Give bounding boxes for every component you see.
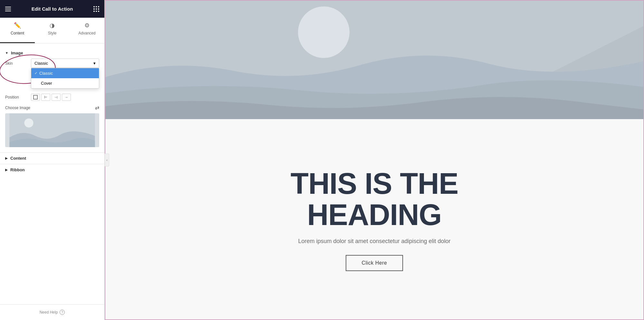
tab-advanced-label: Advanced bbox=[78, 31, 95, 35]
skin-label: Skin bbox=[5, 61, 31, 66]
cta-preview: THIS IS THE HEADING Lorem ipsum dolor si… bbox=[105, 0, 644, 320]
cta-subtext: Lorem ipsum dolor sit amet consectetur a… bbox=[298, 238, 450, 245]
svg-rect-0 bbox=[34, 95, 37, 99]
top-bar: Edit Call to Action bbox=[0, 0, 104, 18]
position-label: Position bbox=[5, 95, 31, 99]
skin-dropdown-menu: ✓ Classic Cover bbox=[31, 68, 99, 89]
image-section-content: Skin Classic ▾ ✓ Classic Co bbox=[0, 59, 104, 152]
panel-title: Edit Call to Action bbox=[32, 6, 73, 12]
skin-option-cover[interactable]: Cover bbox=[31, 78, 99, 88]
choose-image-header: Choose Image ⇄ bbox=[5, 105, 99, 111]
skin-dropdown-selected[interactable]: Classic ▾ bbox=[31, 59, 99, 68]
hamburger-icon[interactable] bbox=[5, 7, 11, 11]
position-row: Position ⊢ ⊣ → bbox=[5, 94, 99, 101]
ribbon-section: ▶ Ribbon bbox=[0, 164, 104, 175]
skin-option-cover-label: Cover bbox=[41, 81, 52, 86]
choose-image-label: Choose Image bbox=[5, 106, 30, 110]
heading-line2: HEADING bbox=[291, 199, 458, 231]
svg-point-3 bbox=[24, 118, 34, 127]
content-section-header[interactable]: ▶ Content bbox=[0, 153, 104, 164]
svg-point-6 bbox=[298, 6, 350, 58]
position-btn-center-v[interactable]: ⊣ bbox=[52, 94, 61, 101]
image-section-header[interactable]: ▼ Image bbox=[0, 47, 104, 59]
content-section-title: Content bbox=[10, 156, 26, 161]
image-section-title: Image bbox=[11, 51, 23, 55]
cta-content-area: THIS IS THE HEADING Lorem ipsum dolor si… bbox=[105, 119, 644, 320]
need-help-text: Need Help bbox=[40, 310, 58, 315]
tab-content-label: Content bbox=[11, 31, 24, 35]
panel-content: ▼ Image Skin Classic ▾ ✓ bbox=[0, 43, 104, 304]
placeholder-svg bbox=[5, 113, 99, 147]
cta-heading: THIS IS THE HEADING bbox=[291, 168, 458, 230]
tab-style-label: Style bbox=[48, 31, 57, 35]
skin-selected-value: Classic bbox=[34, 61, 48, 66]
need-help[interactable]: Need Help ? bbox=[0, 305, 104, 320]
heading-line1: THIS IS THE bbox=[291, 168, 458, 199]
skin-option-classic[interactable]: ✓ Classic bbox=[31, 68, 99, 78]
tab-bar: ✏️ Content ◑ Style ⚙ Advanced bbox=[0, 18, 104, 43]
image-refresh-icon[interactable]: ⇄ bbox=[95, 105, 99, 111]
content-tab-icon: ✏️ bbox=[14, 22, 21, 29]
tab-advanced[interactable]: ⚙ Advanced bbox=[70, 18, 104, 43]
ribbon-section-header[interactable]: ▶ Ribbon bbox=[0, 164, 104, 175]
collapse-button[interactable]: ‹ bbox=[105, 154, 109, 166]
image-placeholder[interactable] bbox=[5, 113, 99, 147]
right-panel: THIS IS THE HEADING Lorem ipsum dolor si… bbox=[105, 0, 644, 320]
cta-image-area bbox=[105, 0, 644, 119]
tab-content[interactable]: ✏️ Content bbox=[0, 18, 35, 43]
checkmark-icon: ✓ bbox=[34, 71, 37, 75]
position-btn-square[interactable] bbox=[31, 94, 40, 101]
skin-dropdown-wrapper: Classic ▾ ✓ Classic Cover bbox=[31, 59, 99, 68]
advanced-tab-icon: ⚙ bbox=[84, 22, 90, 29]
content-section: ▶ Content bbox=[0, 152, 104, 164]
ribbon-section-title: Ribbon bbox=[10, 167, 25, 172]
content-arrow-icon: ▶ bbox=[5, 156, 8, 160]
skin-row: Skin Classic ▾ ✓ Classic Co bbox=[5, 59, 99, 68]
help-icon: ? bbox=[60, 310, 65, 315]
position-buttons: ⊢ ⊣ → bbox=[31, 94, 71, 101]
skin-dropdown-arrow: ▾ bbox=[93, 61, 96, 66]
cta-button[interactable]: Click Here bbox=[346, 255, 403, 271]
position-btn-right[interactable]: → bbox=[62, 94, 71, 101]
ribbon-arrow-icon: ▶ bbox=[5, 168, 8, 172]
skin-option-classic-label: Classic bbox=[39, 71, 53, 76]
tab-style[interactable]: ◑ Style bbox=[35, 18, 70, 43]
image-arrow-icon: ▼ bbox=[5, 51, 8, 55]
grid-icon[interactable] bbox=[93, 6, 99, 12]
preview-image-svg bbox=[105, 0, 644, 119]
panel-bottom: Need Help ? bbox=[0, 304, 104, 320]
left-panel: Edit Call to Action ✏️ Content ◑ Style ⚙… bbox=[0, 0, 105, 320]
style-tab-icon: ◑ bbox=[50, 22, 55, 29]
position-btn-left[interactable]: ⊢ bbox=[41, 94, 50, 101]
choose-image-section: Choose Image ⇄ bbox=[5, 105, 99, 147]
